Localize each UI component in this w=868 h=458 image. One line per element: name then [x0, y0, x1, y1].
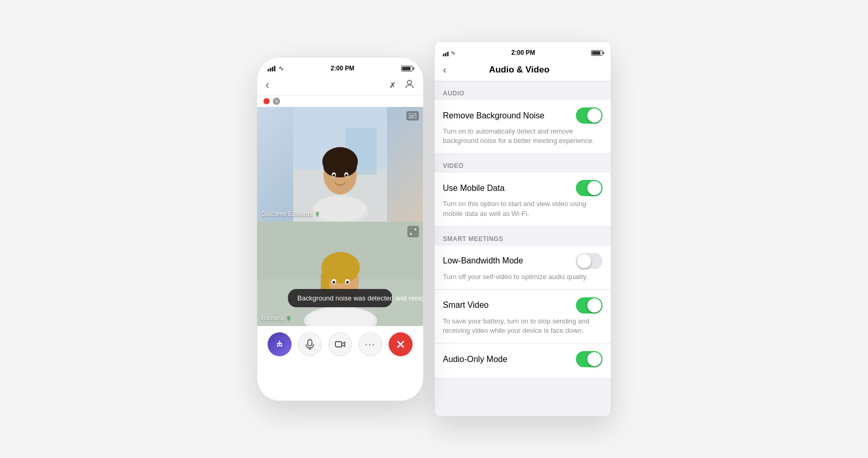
s2-bar-3: [447, 52, 449, 56]
setting-smart-video: Smart Video To save your battery, turn o…: [435, 290, 611, 343]
male-figure: [293, 107, 387, 222]
setting-low-bandwidth: Low-Bandwidth Mode Turn off your self-vi…: [435, 246, 611, 290]
svg-rect-34: [308, 340, 312, 346]
mic-active-bottom: 🎙: [286, 315, 292, 321]
setting-row-umd: Use Mobile Data: [443, 180, 602, 196]
signal-bar-2: [270, 68, 271, 71]
svg-point-33: [279, 341, 280, 342]
toggle-knob-sv: [587, 298, 601, 312]
svg-rect-37: [335, 342, 342, 347]
svg-point-25: [346, 281, 349, 284]
noise-tooltip: Background noise was detected and remove…: [288, 289, 392, 307]
signal-bar-1: [268, 69, 269, 71]
s2-bar-1: [443, 54, 444, 56]
noise-tooltip-text: Background noise was detected and remove…: [297, 294, 423, 302]
settings-body: AUDIO Remove Background Noise Turn on to…: [435, 81, 611, 409]
back-button[interactable]: ‹: [266, 78, 269, 92]
camera-button[interactable]: [328, 332, 352, 356]
wifi-icon-p2: ∿: [451, 50, 455, 56]
battery-icon: [401, 66, 413, 71]
umd-desc: Turn on this option to start and view vi…: [443, 199, 602, 218]
wifi-icon: ∿: [279, 65, 284, 72]
subtitle-icon[interactable]: [406, 111, 419, 120]
phone2-time: 2:00 PM: [511, 49, 535, 56]
person-name-bottom: Barbara: [261, 315, 284, 322]
toggle-audio-only[interactable]: [576, 351, 602, 367]
edit-icon: ✎: [273, 98, 280, 105]
setting-remove-background-noise: Remove Background Noise Turn on to autom…: [435, 100, 611, 153]
svg-rect-31: [278, 346, 281, 347]
setting-row-ao: Audio-Only Mode: [443, 351, 602, 367]
toggle-knob-umd: [587, 181, 601, 195]
video-bottom: Barbara 🎙 Background noise was detected …: [257, 222, 423, 326]
expand-button[interactable]: [407, 226, 419, 237]
s2-bar-2: [445, 53, 447, 56]
toggle-remove-bg-noise[interactable]: [576, 107, 602, 124]
person-top: [257, 107, 423, 222]
svg-point-7: [323, 156, 357, 177]
svg-point-30: [280, 344, 282, 345]
phone2-status-bar: ∿ 2:00 PM: [435, 42, 611, 61]
name-tag-top: Giacomo Edwards 🎙: [261, 210, 320, 218]
scene: ∿ 2:00 PM ‹ ✗ ✎: [257, 41, 611, 417]
setting-use-mobile-data: Use Mobile Data Turn on this option to s…: [435, 173, 611, 226]
phone2-navbar: ‹ Audio & Video: [435, 61, 611, 81]
microphone-icon: [305, 339, 315, 349]
bluetooth-icon[interactable]: ✗: [389, 80, 396, 90]
end-call-button[interactable]: [389, 332, 413, 356]
mute-button[interactable]: [298, 332, 322, 356]
name-tag-bottom: Barbara 🎙: [261, 315, 292, 322]
section-header-audio: AUDIO: [435, 81, 611, 100]
toggle-knob-lbm: [577, 254, 591, 268]
svg-point-11: [345, 174, 348, 177]
setting-row-rbg: Remove Background Noise: [443, 107, 602, 124]
setting-row-lbm: Low-Bandwidth Mode: [443, 253, 602, 269]
svg-point-29: [278, 344, 279, 345]
sv-desc: To save your battery, turn on to stop se…: [443, 317, 602, 335]
phone1-status-bar: ∿ 2:00 PM: [257, 57, 423, 76]
nav-icons: ✗: [389, 79, 415, 91]
lbm-desc: Turn off your self-video to optimize aud…: [443, 272, 602, 282]
svg-point-0: [407, 80, 412, 85]
video-top: Giacomo Edwards 🎙: [257, 107, 423, 222]
recording-bar: ✎: [257, 95, 423, 107]
robot-button[interactable]: [268, 332, 292, 356]
sv-name: Smart Video: [443, 300, 489, 310]
close-icon: [396, 340, 405, 349]
mic-active-top: 🎙: [315, 211, 320, 217]
phone1-time: 2:00 PM: [331, 65, 354, 72]
signal-bars: [268, 66, 275, 71]
profile-icon[interactable]: [404, 79, 415, 91]
section-header-smart: SMART MEETINGS: [435, 227, 611, 246]
toggle-knob-ao: [587, 352, 601, 366]
female-figure: [257, 222, 423, 326]
toggle-use-mobile-data[interactable]: [576, 180, 602, 196]
svg-point-24: [333, 281, 335, 284]
section-header-video: VIDEO: [435, 154, 611, 173]
phone2-back-button[interactable]: ‹: [443, 64, 447, 76]
svg-point-12: [314, 196, 366, 222]
toggle-knob-rbg: [587, 109, 601, 123]
signal-bar-3: [272, 67, 273, 71]
phone2-settings: ∿ 2:00 PM ‹ Audio & Video AUDIO Remove B…: [434, 41, 611, 417]
svg-rect-13: [409, 113, 416, 118]
person-name-top: Giacomo Edwards: [261, 210, 312, 218]
signal-area: ∿: [268, 65, 284, 72]
toggle-low-bandwidth[interactable]: [576, 253, 602, 269]
rbg-desc: Turn on to automatically detect and remo…: [443, 127, 602, 146]
more-dots: ···: [365, 339, 376, 350]
more-button[interactable]: ···: [358, 332, 382, 356]
robot-icon: [273, 338, 286, 351]
umd-name: Use Mobile Data: [443, 184, 504, 193]
rbg-name: Remove Background Noise: [443, 111, 545, 120]
phone1-controls: ···: [257, 326, 423, 363]
lbm-name: Low-Bandwidth Mode: [443, 256, 523, 266]
signal-bar-4: [274, 66, 275, 71]
toggle-smart-video[interactable]: [576, 297, 602, 314]
phone2-signal: ∿: [443, 50, 455, 56]
phone2-battery: [591, 50, 602, 56]
phone1-navbar: ‹ ✗: [257, 76, 423, 95]
record-dot: [263, 98, 270, 104]
phone2-battery-fill: [592, 51, 600, 55]
settings-title: Audio & Video: [447, 65, 592, 75]
